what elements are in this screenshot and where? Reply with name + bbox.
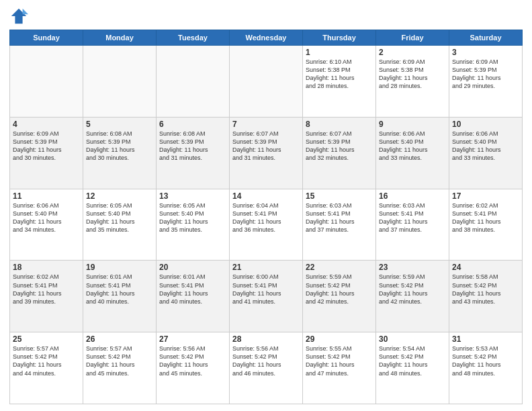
day-number: 14 [232, 191, 300, 201]
calendar-week-row: 1Sunrise: 6:10 AM Sunset: 5:38 PM Daylig… [10, 46, 523, 118]
day-info: Sunrise: 6:00 AM Sunset: 5:41 PM Dayligh… [232, 273, 300, 306]
day-number: 8 [306, 120, 373, 129]
calendar-day-header: Sunday [10, 30, 83, 46]
calendar-day-header: Saturday [449, 30, 523, 46]
svg-marker-1 [23, 9, 28, 14]
day-info: Sunrise: 6:08 AM Sunset: 5:39 PM Dayligh… [86, 130, 153, 163]
calendar-cell: 14Sunrise: 6:04 AM Sunset: 5:41 PM Dayli… [230, 189, 303, 261]
calendar-cell: 26Sunrise: 5:57 AM Sunset: 5:42 PM Dayli… [83, 332, 157, 404]
day-info: Sunrise: 6:01 AM Sunset: 5:41 PM Dayligh… [86, 273, 153, 306]
day-number: 27 [159, 334, 226, 344]
calendar-cell: 1Sunrise: 6:10 AM Sunset: 5:38 PM Daylig… [303, 46, 376, 118]
calendar-cell [10, 46, 83, 118]
day-info: Sunrise: 6:10 AM Sunset: 5:38 PM Dayligh… [306, 58, 373, 91]
day-info: Sunrise: 5:53 AM Sunset: 5:42 PM Dayligh… [452, 345, 519, 377]
day-number: 20 [159, 263, 226, 272]
calendar-cell: 19Sunrise: 6:01 AM Sunset: 5:41 PM Dayli… [83, 261, 157, 332]
day-info: Sunrise: 6:02 AM Sunset: 5:41 PM Dayligh… [452, 201, 519, 234]
calendar-cell: 31Sunrise: 5:53 AM Sunset: 5:42 PM Dayli… [449, 332, 523, 404]
day-number: 31 [452, 334, 519, 344]
calendar-cell: 6Sunrise: 6:08 AM Sunset: 5:39 PM Daylig… [157, 117, 230, 189]
day-number: 28 [232, 334, 300, 344]
calendar-header-row: SundayMondayTuesdayWednesdayThursdayFrid… [10, 30, 523, 46]
calendar-day-header: Monday [83, 30, 157, 46]
day-number: 13 [159, 191, 226, 201]
calendar-cell: 13Sunrise: 6:05 AM Sunset: 5:40 PM Dayli… [157, 189, 230, 261]
day-number: 17 [452, 191, 519, 201]
calendar-cell: 25Sunrise: 5:57 AM Sunset: 5:42 PM Dayli… [10, 332, 83, 404]
calendar-cell: 23Sunrise: 5:59 AM Sunset: 5:42 PM Dayli… [376, 261, 449, 332]
day-info: Sunrise: 5:59 AM Sunset: 5:42 PM Dayligh… [306, 273, 373, 306]
page: SundayMondayTuesdayWednesdayThursdayFrid… [0, 0, 532, 411]
calendar-cell: 8Sunrise: 6:07 AM Sunset: 5:39 PM Daylig… [303, 117, 376, 189]
day-number: 6 [159, 120, 226, 129]
calendar-cell: 11Sunrise: 6:06 AM Sunset: 5:40 PM Dayli… [10, 189, 83, 261]
calendar-cell [230, 46, 303, 118]
day-info: Sunrise: 6:01 AM Sunset: 5:41 PM Dayligh… [159, 273, 226, 306]
calendar-cell: 22Sunrise: 5:59 AM Sunset: 5:42 PM Dayli… [303, 261, 376, 332]
calendar-cell: 18Sunrise: 6:02 AM Sunset: 5:41 PM Dayli… [10, 261, 83, 332]
calendar-cell: 7Sunrise: 6:07 AM Sunset: 5:39 PM Daylig… [230, 117, 303, 189]
day-info: Sunrise: 5:58 AM Sunset: 5:42 PM Dayligh… [452, 273, 519, 306]
calendar-day-header: Tuesday [157, 30, 230, 46]
calendar-cell: 10Sunrise: 6:06 AM Sunset: 5:40 PM Dayli… [449, 117, 523, 189]
day-number: 5 [86, 120, 153, 129]
logo-icon [9, 7, 28, 26]
day-info: Sunrise: 5:56 AM Sunset: 5:42 PM Dayligh… [159, 345, 226, 377]
day-info: Sunrise: 6:07 AM Sunset: 5:39 PM Dayligh… [306, 130, 373, 163]
day-info: Sunrise: 6:03 AM Sunset: 5:41 PM Dayligh… [306, 201, 373, 234]
day-info: Sunrise: 6:09 AM Sunset: 5:39 PM Dayligh… [452, 58, 519, 91]
day-info: Sunrise: 6:06 AM Sunset: 5:40 PM Dayligh… [379, 130, 446, 163]
day-info: Sunrise: 6:07 AM Sunset: 5:39 PM Dayligh… [232, 130, 300, 163]
day-number: 3 [452, 48, 519, 57]
day-info: Sunrise: 5:59 AM Sunset: 5:42 PM Dayligh… [379, 273, 446, 306]
calendar-cell: 12Sunrise: 6:05 AM Sunset: 5:40 PM Dayli… [83, 189, 157, 261]
day-info: Sunrise: 6:05 AM Sunset: 5:40 PM Dayligh… [159, 201, 226, 234]
calendar-cell: 24Sunrise: 5:58 AM Sunset: 5:42 PM Dayli… [449, 261, 523, 332]
day-number: 25 [13, 334, 80, 344]
calendar-week-row: 25Sunrise: 5:57 AM Sunset: 5:42 PM Dayli… [10, 332, 523, 404]
day-number: 12 [86, 191, 153, 201]
calendar-cell: 28Sunrise: 5:56 AM Sunset: 5:42 PM Dayli… [230, 332, 303, 404]
calendar-cell: 16Sunrise: 6:03 AM Sunset: 5:41 PM Dayli… [376, 189, 449, 261]
day-number: 4 [13, 120, 80, 129]
day-number: 10 [452, 120, 519, 129]
day-info: Sunrise: 6:03 AM Sunset: 5:41 PM Dayligh… [379, 201, 446, 234]
logo [9, 7, 31, 26]
calendar-cell: 17Sunrise: 6:02 AM Sunset: 5:41 PM Dayli… [449, 189, 523, 261]
day-info: Sunrise: 5:57 AM Sunset: 5:42 PM Dayligh… [86, 345, 153, 377]
day-info: Sunrise: 5:54 AM Sunset: 5:42 PM Dayligh… [379, 345, 446, 377]
day-number: 23 [379, 263, 446, 272]
calendar-cell [157, 46, 230, 118]
day-number: 7 [232, 120, 300, 129]
calendar-cell: 27Sunrise: 5:56 AM Sunset: 5:42 PM Dayli… [157, 332, 230, 404]
calendar-cell: 20Sunrise: 6:01 AM Sunset: 5:41 PM Dayli… [157, 261, 230, 332]
calendar-week-row: 4Sunrise: 6:09 AM Sunset: 5:39 PM Daylig… [10, 117, 523, 189]
day-info: Sunrise: 6:08 AM Sunset: 5:39 PM Dayligh… [159, 130, 226, 163]
day-number: 19 [86, 263, 153, 272]
calendar-cell: 9Sunrise: 6:06 AM Sunset: 5:40 PM Daylig… [376, 117, 449, 189]
calendar-cell: 2Sunrise: 6:09 AM Sunset: 5:38 PM Daylig… [376, 46, 449, 118]
header [9, 7, 523, 26]
day-number: 11 [13, 191, 80, 201]
day-number: 2 [379, 48, 446, 57]
day-number: 26 [86, 334, 153, 344]
day-info: Sunrise: 6:09 AM Sunset: 5:38 PM Dayligh… [379, 58, 446, 91]
calendar-day-header: Wednesday [230, 30, 303, 46]
day-number: 22 [306, 263, 373, 272]
day-info: Sunrise: 5:55 AM Sunset: 5:42 PM Dayligh… [306, 345, 373, 377]
calendar-cell: 29Sunrise: 5:55 AM Sunset: 5:42 PM Dayli… [303, 332, 376, 404]
calendar-cell: 15Sunrise: 6:03 AM Sunset: 5:41 PM Dayli… [303, 189, 376, 261]
calendar-cell: 21Sunrise: 6:00 AM Sunset: 5:41 PM Dayli… [230, 261, 303, 332]
day-info: Sunrise: 6:06 AM Sunset: 5:40 PM Dayligh… [452, 130, 519, 163]
day-number: 21 [232, 263, 300, 272]
calendar-week-row: 18Sunrise: 6:02 AM Sunset: 5:41 PM Dayli… [10, 261, 523, 332]
calendar-cell: 4Sunrise: 6:09 AM Sunset: 5:39 PM Daylig… [10, 117, 83, 189]
day-info: Sunrise: 6:05 AM Sunset: 5:40 PM Dayligh… [86, 201, 153, 234]
day-number: 18 [13, 263, 80, 272]
day-info: Sunrise: 6:06 AM Sunset: 5:40 PM Dayligh… [13, 201, 80, 234]
day-info: Sunrise: 5:56 AM Sunset: 5:42 PM Dayligh… [232, 345, 300, 377]
calendar-cell: 3Sunrise: 6:09 AM Sunset: 5:39 PM Daylig… [449, 46, 523, 118]
day-number: 30 [379, 334, 446, 344]
calendar-cell [83, 46, 157, 118]
